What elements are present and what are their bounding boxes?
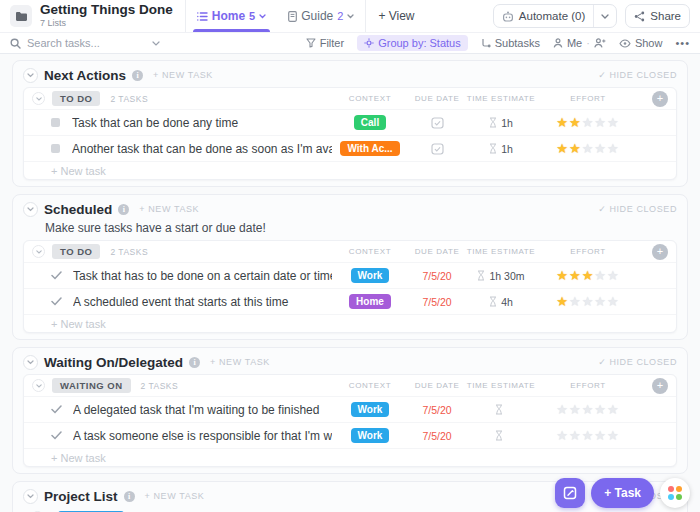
task-status-icon[interactable] (51, 144, 60, 153)
task-status-icon[interactable] (51, 405, 62, 414)
info-icon[interactable]: i (118, 204, 129, 215)
apps-grid-button[interactable] (660, 478, 690, 508)
time-estimate-cell[interactable]: 4h (466, 296, 536, 308)
new-task-row-button[interactable]: + New task (24, 161, 676, 179)
effort-rating[interactable]: ★★★★★ (556, 429, 619, 442)
hide-closed-toggle[interactable]: ✓ HIDE CLOSED (598, 204, 677, 214)
due-date-value[interactable]: 7/5/20 (422, 270, 451, 282)
effort-rating[interactable]: ★★★★★ (556, 269, 619, 282)
more-options-button[interactable]: ••• (675, 37, 690, 49)
new-task-button[interactable]: + NEW TASK (210, 357, 270, 367)
apps-grid-icon (668, 486, 682, 500)
assignee-me-button[interactable]: Me · (553, 37, 606, 49)
group-by-button[interactable]: Group by: Status (357, 35, 468, 51)
time-estimate-cell[interactable]: 1h (466, 117, 536, 129)
add-assignee-icon[interactable] (594, 38, 606, 48)
column-effort[interactable]: EFFORT (536, 381, 640, 390)
effort-rating[interactable]: ★★★★★ (556, 295, 619, 308)
collapse-group-button[interactable] (32, 92, 45, 105)
effort-rating[interactable]: ★★★★★ (556, 116, 619, 129)
column-effort[interactable]: EFFORT (536, 94, 640, 103)
task-status-icon[interactable] (51, 271, 62, 280)
notepad-button[interactable] (555, 478, 585, 508)
collapse-section-button[interactable] (23, 202, 38, 217)
status-badge[interactable]: WAITING ON (52, 378, 131, 393)
time-estimate-cell[interactable]: 1h (466, 143, 536, 155)
tab-home[interactable]: Home 5 (186, 0, 277, 32)
due-date-value[interactable]: 7/5/20 (422, 296, 451, 308)
context-tag[interactable]: Work (351, 428, 390, 443)
task-title[interactable]: A task someone else is responsible for t… (73, 429, 332, 443)
status-badge[interactable]: TO DO (52, 91, 100, 106)
section-header: Scheduled i + NEW TASK ✓ HIDE CLOSED (23, 199, 677, 219)
time-estimate-cell[interactable]: 1h 30m (466, 270, 536, 282)
hide-closed-toggle[interactable]: ✓ HIDE CLOSED (598, 357, 677, 367)
collapse-group-button[interactable] (32, 379, 45, 392)
context-tag[interactable]: Work (351, 402, 390, 417)
task-status-icon[interactable] (51, 297, 62, 306)
add-task-button[interactable]: + Task (591, 478, 654, 508)
automate-button[interactable]: Automate (0) (493, 4, 617, 28)
due-date-cell[interactable] (408, 116, 466, 129)
info-icon[interactable]: i (124, 491, 135, 502)
new-task-button[interactable]: + NEW TASK (139, 204, 199, 214)
collapse-section-button[interactable] (23, 489, 38, 504)
task-row: A task someone else is responsible for t… (24, 422, 676, 448)
info-icon[interactable]: i (132, 70, 143, 81)
task-title[interactable]: Task that has to be done on a certain da… (73, 269, 332, 283)
folder-icon-button[interactable] (10, 5, 32, 27)
effort-rating[interactable]: ★★★★★ (556, 403, 619, 416)
add-column-button[interactable]: + (652, 244, 668, 260)
new-task-row-button[interactable]: + New task (24, 448, 676, 466)
effort-rating[interactable]: ★★★★★ (556, 142, 619, 155)
task-title[interactable]: A scheduled event that starts at this ti… (73, 295, 332, 309)
tab-guide[interactable]: Guide 2 (277, 0, 365, 32)
hide-closed-toggle[interactable]: ✓ HIDE CLOSED (598, 70, 677, 80)
due-date-value[interactable]: 7/5/20 (422, 404, 451, 416)
column-context[interactable]: CONTEXT (332, 247, 408, 256)
collapse-section-button[interactable] (23, 68, 38, 83)
column-context[interactable]: CONTEXT (332, 381, 408, 390)
task-status-icon[interactable] (51, 431, 62, 440)
search-input[interactable]: Search tasks... (10, 37, 160, 49)
show-button[interactable]: Show (619, 37, 663, 49)
column-due-date[interactable]: DUE DATE (408, 381, 466, 390)
info-icon[interactable]: i (189, 357, 200, 368)
column-due-date[interactable]: DUE DATE (408, 247, 466, 256)
filter-button[interactable]: Filter (306, 37, 344, 49)
context-tag[interactable]: Call (354, 115, 386, 130)
column-context[interactable]: CONTEXT (332, 94, 408, 103)
collapse-section-button[interactable] (23, 355, 38, 370)
column-time-estimate[interactable]: TIME ESTIMATE (466, 247, 536, 256)
automate-dropdown[interactable] (594, 14, 616, 19)
task-title[interactable]: Task that can be done any time (72, 116, 332, 130)
new-task-row-button[interactable]: + New task (24, 314, 676, 332)
column-time-estimate[interactable]: TIME ESTIMATE (466, 94, 536, 103)
add-column-button[interactable]: + (652, 91, 668, 107)
new-task-button[interactable]: + NEW TASK (153, 70, 213, 80)
collapse-group-button[interactable] (32, 245, 45, 258)
add-view-button[interactable]: + View (365, 0, 426, 32)
task-title[interactable]: Another task that can be done as soon as… (72, 142, 332, 156)
context-tag[interactable]: With Ac... (340, 141, 399, 156)
top-header: Getting Things Done 7 Lists Home 5 Guide… (0, 0, 700, 32)
notepad-icon (563, 486, 577, 500)
eye-icon (619, 39, 631, 48)
status-badge[interactable]: TO DO (52, 244, 100, 259)
subtasks-button[interactable]: Subtasks (481, 37, 540, 49)
share-button[interactable]: Share (625, 4, 690, 28)
due-date-cell[interactable] (408, 142, 466, 155)
column-effort[interactable]: EFFORT (536, 247, 640, 256)
context-tag[interactable]: Work (351, 268, 390, 283)
time-estimate-cell[interactable] (466, 430, 536, 441)
column-time-estimate[interactable]: TIME ESTIMATE (466, 381, 536, 390)
task-status-icon[interactable] (51, 118, 60, 127)
add-column-button[interactable]: + (652, 378, 668, 394)
task-title[interactable]: A delegated task that I'm waiting to be … (73, 403, 332, 417)
automate-main[interactable]: Automate (0) (494, 10, 593, 22)
due-date-value[interactable]: 7/5/20 (422, 430, 451, 442)
time-estimate-cell[interactable] (466, 404, 536, 415)
column-due-date[interactable]: DUE DATE (408, 94, 466, 103)
context-tag[interactable]: Home (349, 294, 391, 309)
new-task-button[interactable]: + NEW TASK (145, 491, 205, 501)
